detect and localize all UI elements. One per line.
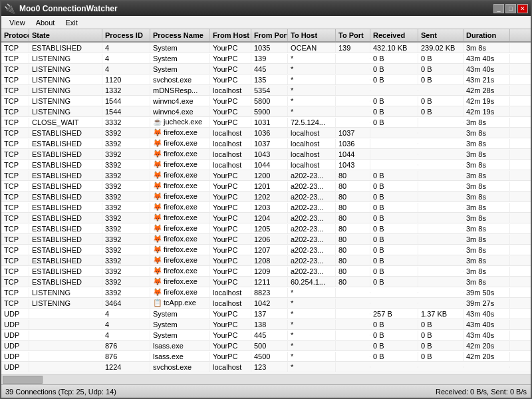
table-row[interactable]: TCPESTABLISHED3392🦊firefox.exeYourPC1208… [1, 255, 531, 266]
cell-tohost: a202-23... [288, 171, 336, 180]
table-row[interactable]: TCPLISTENING1544winvnc4.exeYourPC5800*0 … [1, 96, 531, 106]
table-row[interactable]: TCPESTABLISHED3392🦊firefox.exeYourPC1207… [1, 245, 531, 255]
cell-received: 0 B [370, 54, 418, 63]
table-row[interactable]: TCPESTABLISHED4SystemYourPC1035OCEAN1394… [1, 43, 531, 53]
cell-fromport: 4500 [251, 352, 288, 361]
cell-pname: mDNSResp... [150, 86, 210, 95]
cell-state: CLOSE_WAIT [29, 118, 102, 127]
cell-protocol: UDP [1, 320, 29, 329]
table-row[interactable]: TCPESTABLISHED3392🦊firefox.exeYourPC1204… [1, 213, 531, 223]
cell-duration: 3m 8s [464, 118, 510, 127]
cell-sent: 0 B [418, 107, 464, 116]
col-header-state[interactable]: State [29, 29, 102, 41]
cell-pname: 🦊firefox.exe [150, 149, 210, 159]
maximize-button[interactable]: □ [505, 4, 516, 13]
minimize-button[interactable]: _ [493, 4, 504, 13]
cell-duration: 3m 8s [464, 256, 510, 265]
cell-received: 0 B [370, 267, 418, 276]
cell-tohost: * [288, 96, 336, 106]
table-row[interactable]: TCPESTABLISHED3392🦊firefox.exelocalhost1… [1, 128, 531, 138]
table-row[interactable]: TCPLISTENING3392🦊firefox.exelocalhost882… [1, 287, 531, 298]
col-header-fromhost[interactable]: From Host [210, 29, 251, 41]
table-row[interactable]: TCPLISTENING4SystemYourPC445*0 B0 B43m 4… [1, 64, 531, 74]
table-row[interactable]: TCPESTABLISHED3392🦊firefox.exeYourPC1200… [1, 170, 531, 181]
table-row[interactable]: TCPESTABLISHED3392🦊firefox.exeYourPC1202… [1, 192, 531, 202]
cell-received: 432.10 KB [370, 43, 418, 53]
cell-pname: 🦊firefox.exe [150, 245, 210, 255]
cell-protocol: TCP [1, 288, 29, 297]
cell-received: 0 B [370, 235, 418, 244]
cell-protocol: TCP [1, 299, 29, 308]
cell-fromhost: YourPC [210, 277, 251, 287]
table-row[interactable]: TCPESTABLISHED3392🦊firefox.exeYourPC1209… [1, 266, 531, 277]
table-row[interactable]: TCPCLOSE_WAIT3332☕jucheck.exeYourPC10317… [1, 117, 531, 128]
cell-toport [336, 356, 370, 357]
close-button[interactable]: ✕ [517, 4, 528, 13]
cell-state: LISTENING [29, 75, 102, 84]
menu-about[interactable]: About [31, 17, 61, 28]
cell-tohost: a202-23... [288, 224, 336, 233]
menu-exit[interactable]: Exit [60, 17, 82, 28]
cell-tohost: * [288, 107, 336, 116]
cell-fromport: 139 [251, 54, 288, 63]
cell-toport: 80 [336, 267, 370, 276]
cell-state: LISTENING [29, 299, 102, 308]
cell-protocol: TCP [1, 128, 29, 138]
table-row[interactable]: TCPLISTENING1332mDNSResp...localhost5354… [1, 85, 531, 96]
cell-fromhost: YourPC [210, 182, 251, 191]
table-row[interactable]: UDP4SystemYourPC138*0 B0 B43m 40s [1, 319, 531, 330]
col-header-pname[interactable]: Process Name [150, 29, 210, 41]
table-row[interactable]: TCPESTABLISHED3392🦊firefox.exeYourPC1201… [1, 181, 531, 192]
table-row[interactable]: TCPESTABLISHED3392🦊firefox.exelocalhost1… [1, 160, 531, 170]
cell-pid: 4 [102, 65, 150, 74]
cell-fromport: 1204 [251, 213, 288, 223]
cell-sent: 239.02 KB [418, 43, 464, 53]
table-row[interactable]: TCPLISTENING3464📋tcApp.exelocalhost1042*… [1, 298, 531, 309]
cell-toport [336, 345, 370, 346]
col-header-toport[interactable]: To Port [336, 29, 370, 41]
col-header-tohost[interactable]: To Host [288, 29, 336, 41]
cell-tohost: * [288, 309, 336, 319]
table-row[interactable]: TCPLISTENING1120svchost.exeYourPC135*0 B… [1, 74, 531, 85]
table-row[interactable]: UDP4SystemYourPC445*0 B0 B43m 40s [1, 330, 531, 340]
col-header-pid[interactable]: Process ID [102, 29, 150, 41]
cell-protocol: TCP [1, 86, 29, 95]
cell-protocol: TCP [1, 267, 29, 276]
menu-view[interactable]: View [4, 17, 31, 28]
col-header-sent[interactable]: Sent [418, 29, 464, 41]
table-row[interactable]: TCPESTABLISHED3392🦊firefox.exeYourPC1211… [1, 277, 531, 287]
table-row[interactable]: UDP1224svchost.exelocalhost123* [1, 362, 531, 372]
app-icon: 🔌 [4, 3, 15, 14]
cell-received: 0 B [370, 341, 418, 350]
cell-fromport: 137 [251, 309, 288, 319]
cell-fromport: 1203 [251, 203, 288, 212]
table-row[interactable]: TCPLISTENING4SystemYourPC139*0 B0 B43m 4… [1, 53, 531, 64]
table-row[interactable]: TCPESTABLISHED3392🦊firefox.exeYourPC1205… [1, 223, 531, 234]
table-row[interactable]: UDP876lsass.exeYourPC4500*0 B0 B42m 20s [1, 351, 531, 362]
col-header-received[interactable]: Received [370, 29, 418, 41]
col-header-protocol[interactable]: Protocol [1, 29, 29, 41]
cell-fromport: 1037 [251, 139, 288, 148]
cell-pid: 1332 [102, 86, 150, 95]
cell-pname: 🦊firefox.exe [150, 181, 210, 191]
cell-state: ESTABLISHED [29, 43, 102, 53]
col-header-fromport[interactable]: From Port [251, 29, 288, 41]
cell-toport [336, 58, 370, 59]
table-row[interactable]: TCPESTABLISHED3392🦊firefox.exelocalhost1… [1, 149, 531, 160]
cell-fromhost: localhost [210, 128, 251, 138]
cell-duration: 42m 19s [464, 96, 510, 106]
cell-fromport: 445 [251, 65, 288, 74]
cell-state: ESTABLISHED [29, 235, 102, 244]
table-row[interactable]: UDP4SystemYourPC137*257 B1.37 KB43m 40s [1, 309, 531, 319]
cell-protocol: TCP [1, 182, 29, 191]
table-row[interactable]: UDP876lsass.exeYourPC500*0 B0 B42m 20s [1, 340, 531, 351]
cell-pid: 4 [102, 43, 150, 53]
table-row[interactable]: TCPESTABLISHED3392🦊firefox.exelocalhost1… [1, 138, 531, 149]
col-header-duration[interactable]: Duration [464, 29, 510, 41]
table-row[interactable]: TCPESTABLISHED3392🦊firefox.exeYourPC1203… [1, 202, 531, 213]
cell-protocol: TCP [1, 75, 29, 84]
table-row[interactable]: TCPLISTENING1544winvnc4.exeYourPC5900*0 … [1, 106, 531, 117]
cell-tohost: localhost [288, 139, 336, 148]
horizontal-scrollbar[interactable] [1, 374, 531, 384]
table-row[interactable]: TCPESTABLISHED3392🦊firefox.exeYourPC1206… [1, 234, 531, 245]
